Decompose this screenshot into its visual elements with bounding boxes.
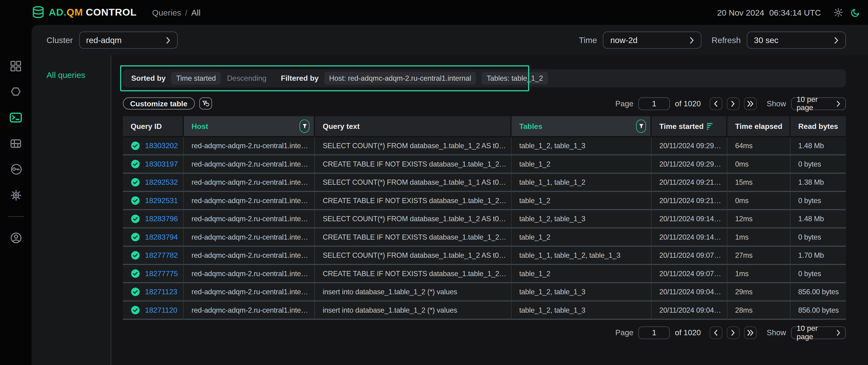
query-success-check-icon [131, 232, 140, 242]
next-page-button[interactable] [727, 97, 740, 110]
query-text-cell: SELECT COUNT(*) FROM database_1.table_1_… [315, 174, 512, 192]
query-id-link[interactable]: 18303202 [145, 142, 178, 150]
database-logo-icon [31, 5, 45, 20]
column-header-read-bytes[interactable]: Read bytes [790, 116, 846, 137]
host-cell: red-adqmc-adqm-2.ru-central1.internal [184, 247, 315, 265]
query-id-link[interactable]: 18277782 [145, 251, 178, 260]
dark-theme-moon-icon[interactable] [850, 7, 860, 18]
chevron-right-icon [836, 329, 840, 335]
time-started-cell: 20/11/2024 09:21:55 [652, 192, 727, 210]
cluster-select[interactable]: red-adqm [79, 32, 177, 49]
table-body: 18303202 red-adqmc-adqm-2.ru-central1.in… [123, 137, 846, 320]
query-success-check-icon [131, 305, 140, 315]
prev-page-button[interactable] [710, 97, 722, 110]
host-cell: red-adqmc-adqm-2.ru-central1.internal [184, 137, 315, 156]
breadcrumb-section[interactable]: Queries [152, 8, 181, 17]
page-number-input[interactable] [639, 326, 670, 339]
tables-cell: table_1_2 [512, 156, 652, 173]
column-header-time-started[interactable]: Time started [652, 116, 727, 137]
next-page-button[interactable] [727, 326, 740, 339]
host-cell: red-adqmc-adqm-2.ru-central1.internal [184, 228, 315, 246]
sidebar-item-settings-gear-icon[interactable] [9, 189, 22, 202]
per-page-select[interactable]: 10 per page [791, 97, 846, 110]
query-id-link[interactable]: 18277775 [145, 269, 178, 278]
query-id-link[interactable]: 18283796 [145, 215, 178, 223]
page-total: of 1020 [675, 99, 701, 108]
host-cell: red-adqmc-adqm-2.ru-central1.internal [184, 156, 315, 173]
app-logo[interactable]: AD.QMCONTROL [31, 5, 137, 20]
column-header-query-id[interactable]: Query ID [123, 116, 184, 137]
table-row[interactable]: 18303202 red-adqmc-adqm-2.ru-central1.in… [123, 137, 846, 156]
table-row[interactable]: 18303197 red-adqmc-adqm-2.ru-central1.in… [123, 156, 846, 173]
table-row[interactable]: 18283794 red-adqmc-adqm-2.ru-central1.in… [123, 228, 846, 246]
filter-chip-tables[interactable]: Tables: table_1_2 [482, 72, 548, 85]
column-header-tables[interactable]: Tables [512, 116, 652, 137]
sidebar-item-dashboard-grid-icon[interactable] [9, 60, 22, 73]
customize-table-button[interactable]: Customize table [123, 97, 195, 109]
tables-cell: table_1_2, table_1_3 [512, 301, 652, 320]
time-elapsed-cell: 0ms [727, 156, 790, 173]
query-id-link[interactable]: 18303197 [145, 160, 178, 168]
time-started-cell: 20/11/2024 09:14:52 [652, 210, 727, 228]
sidebar-item-queries-terminal-icon[interactable] [9, 111, 23, 125]
chevron-right-icon [836, 100, 840, 106]
column-header-query-text[interactable]: Query text [315, 116, 512, 137]
filter-chip-host[interactable]: Host: red-adqmc-adqm-2.ru-central1.inter… [324, 72, 476, 85]
table-row[interactable]: 18271120 red-adqmc-adqm-2.ru-central1.in… [123, 301, 846, 320]
tables-cell: table_1_1, table_1_2, table_1_3 [512, 247, 652, 265]
sidebar-divider [8, 217, 24, 217]
last-page-button[interactable] [744, 97, 757, 110]
chevron-right-icon [166, 37, 170, 43]
sidebar-item-account-user-icon[interactable] [9, 231, 22, 244]
time-started-cell: 20/11/2024 09:14:52 [652, 228, 727, 246]
query-id-link[interactable]: 18292532 [145, 178, 178, 187]
time-elapsed-cell: 27ms [727, 247, 790, 265]
table-row[interactable]: 18292532 red-adqmc-adqm-2.ru-central1.in… [123, 174, 846, 192]
time-started-cell: 20/11/2024 09:29:25 [652, 156, 727, 173]
query-id-link[interactable]: 18271120 [145, 306, 177, 314]
prev-page-button[interactable] [710, 326, 722, 339]
table-row[interactable]: 18277782 red-adqmc-adqm-2.ru-central1.in… [123, 247, 846, 265]
column-header-host[interactable]: Host [184, 116, 315, 137]
tables-cell: table_1_2, table_1_3 [512, 210, 652, 228]
tables-filter-icon[interactable] [636, 120, 646, 133]
sidebar-item-cluster-hexagon-icon[interactable] [9, 85, 22, 98]
page-label: Page [615, 99, 633, 108]
time-elapsed-cell: 0ms [727, 192, 790, 210]
sorted-by-label: Sorted by [131, 74, 166, 82]
page-label: Page [615, 328, 633, 337]
refresh-interval-select[interactable]: 30 sec [747, 32, 846, 49]
table-row[interactable]: 18277775 red-adqmc-adqm-2.ru-central1.in… [123, 265, 846, 283]
sidebar-item-tables-icon[interactable] [9, 137, 22, 150]
cluster-select-value: red-adqm [86, 35, 122, 45]
column-header-time-elapsed[interactable]: Time elapsed [727, 116, 790, 137]
query-id-link[interactable]: 18271123 [145, 288, 177, 296]
light-theme-sun-icon[interactable] [834, 8, 843, 17]
per-page-select[interactable]: 10 per page [791, 326, 846, 339]
time-started-cell: 20/11/2024 09:21:55 [652, 174, 727, 192]
sort-field-chip[interactable]: Time started [171, 72, 221, 85]
table-header-row: Query ID Host Query text [123, 116, 846, 137]
logo-qm: QM [67, 7, 83, 18]
host-filter-icon[interactable] [300, 120, 310, 133]
query-text-cell: CREATE TABLE IF NOT EXISTS database_1.ta… [315, 265, 512, 283]
table-row[interactable]: 18271123 red-adqmc-adqm-2.ru-central1.in… [123, 283, 846, 301]
reset-filters-button[interactable] [199, 97, 212, 109]
nav-item-all-queries[interactable]: All queries [46, 70, 86, 79]
read-bytes-cell: 856.00 bytes [790, 301, 846, 320]
read-bytes-cell: 1.48 Mb [790, 137, 846, 156]
query-id-link[interactable]: 18283794 [145, 233, 178, 241]
table-row[interactable]: 18292531 red-adqmc-adqm-2.ru-central1.in… [123, 192, 846, 210]
logo-ad: AD. [49, 7, 67, 18]
query-id-link[interactable]: 18292531 [145, 196, 178, 205]
refresh-interval-value: 30 sec [754, 35, 778, 45]
page-number-input[interactable] [639, 97, 670, 110]
table-row[interactable]: 18283796 red-adqmc-adqm-2.ru-central1.in… [123, 210, 846, 228]
time-elapsed-cell: 15ms [727, 174, 790, 192]
last-page-button[interactable] [744, 326, 757, 339]
time-range-select[interactable]: now-2d [603, 32, 702, 49]
page-total: of 1020 [675, 328, 701, 337]
filtered-by-label: Filtered by [281, 74, 319, 82]
query-text-cell: SELECT COUNT(*) FROM database_1.table_1_… [315, 210, 512, 228]
sidebar-item-access-key-icon[interactable] [9, 163, 22, 176]
